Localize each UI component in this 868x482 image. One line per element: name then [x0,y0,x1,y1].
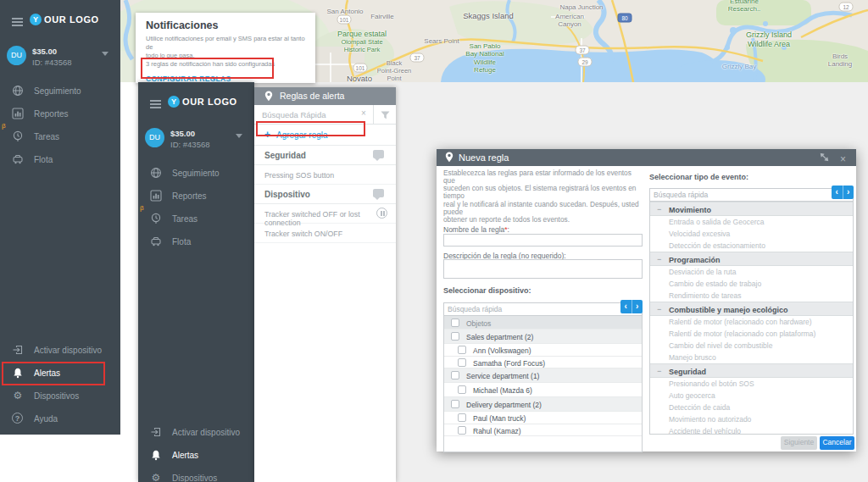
search-nav-buttons[interactable]: ‹› [620,300,643,313]
sidebar-item-activar-dispositivo[interactable]: Activar dispositivo [138,421,254,444]
rule-section-dispositivo[interactable]: Dispositivo [254,185,396,204]
sidebar-item-alertas[interactable]: Alertas [138,444,254,467]
checkbox[interactable] [451,319,459,327]
checkbox[interactable] [458,413,466,422]
chevron-left-icon[interactable]: ‹ [620,300,632,313]
event-group-seguridad[interactable]: −Seguridad [650,363,853,378]
event-item[interactable]: Auto geocerca [650,390,853,402]
event-search-input[interactable] [649,188,854,202]
sidebar-item-reportes[interactable]: Reportes [0,102,120,125]
rule-description-input[interactable] [443,259,643,279]
expand-icon[interactable] [820,152,829,162]
device-row-michael[interactable]: Michael (Mazda 6) [444,383,642,397]
event-group-movimiento[interactable]: −Movimiento [650,202,853,216]
event-group-programacion[interactable]: −Programación [650,252,853,266]
event-item[interactable]: Cambio de estado de trabajo [650,278,853,290]
event-item[interactable]: Velocidad excesiva [650,228,853,240]
search-nav-buttons[interactable]: ‹› [832,186,854,199]
device-search-input[interactable] [443,302,643,316]
event-item-label: Rendimiento de tareas [669,291,742,300]
user-summary[interactable]: DU $35.00 ID: #43568 [138,126,254,152]
route-shield-101: 101 [353,64,368,73]
menu-icon[interactable] [150,100,161,109]
collapse-icon[interactable]: − [657,255,661,263]
event-item[interactable]: Presionando el botón SOS [650,378,853,390]
checkbox[interactable] [458,346,466,354]
select-device-label: Seleccionar dispositivo: [443,286,531,295]
sidebar-item-alertas[interactable]: Alertas [0,362,120,385]
event-item[interactable]: Desviación de la ruta [650,266,853,278]
checkbox[interactable] [458,426,466,435]
sidebar-item-dispositivos[interactable]: ⚙ Dispositivos [138,467,254,482]
sidebar-item-activar-dispositivo[interactable]: Activar dispositivo [0,339,120,362]
event-item-label: Manejo brusco [669,353,716,362]
map-canvas[interactable]: San Antonio Fairville Skaggs Island Napa… [0,0,868,82]
user-summary[interactable]: DU $35.00 ID: #43568 [0,44,120,69]
sidebar-item-dispositivos[interactable]: ⚙ Dispositivos [0,385,120,407]
chevron-right-icon[interactable]: › [632,300,643,313]
rule-item-tracker-off[interactable]: Tracker switched OFF or lost connection [254,204,396,224]
checkbox[interactable] [451,332,459,341]
close-icon[interactable]: × [840,151,846,168]
logo-text: OUR LOGO [182,97,237,107]
sidebar-overlay: Y OUR LOGO DU $35.00 ID: #43568 Seguimie… [138,82,254,482]
sidebar-item-ayuda[interactable]: ? Ayuda [0,407,120,430]
clear-search-icon[interactable]: × [361,108,366,118]
event-item[interactable]: Cambio del nivel de combustible [650,340,853,352]
sidebar-item-seguimiento[interactable]: Seguimiento [0,80,120,102]
event-item[interactable]: Accidente del vehículo [650,425,853,435]
event-item[interactable]: Ralentí de motor (relacionado con hardwa… [650,316,853,328]
sidebar-item-tareas[interactable]: Tareasβ [0,125,120,148]
sidebar-item-reportes[interactable]: Reportes [138,185,254,208]
device-row-ann[interactable]: Ann (Volkswagen) [444,344,642,357]
next-button[interactable]: Siguiente [781,436,817,450]
event-item[interactable]: Detección de estacionamiento [650,240,853,252]
notifications-body: Utilice notificaciones por email y SMS p… [146,35,305,69]
rule-item-sos[interactable]: Pressing SOS button [254,165,396,185]
event-item-label: Desviación de la ruta [669,268,736,276]
device-row-service[interactable]: Service department (1) [444,368,642,383]
event-item[interactable]: Ralentí de motor (relacionado con plataf… [650,328,853,340]
map-label-olompali-park: Olompali State Historic Park [341,39,382,54]
collapse-icon[interactable]: − [657,205,661,213]
event-item[interactable]: Manejo brusco [650,352,853,363]
collapse-icon[interactable]: − [657,367,661,375]
rule-section-seguridad[interactable]: Seguridad [254,146,396,165]
sidebar-item-seguimiento[interactable]: Seguimiento [138,162,254,185]
rules-search-input[interactable] [254,105,363,124]
event-item[interactable]: Detección de caida [650,402,853,413]
device-row-objetos[interactable]: Objetos [444,316,642,330]
chevron-right-icon[interactable]: › [843,186,854,199]
device-row-samatha[interactable]: Samatha (Ford Focus) [444,357,642,369]
route-shield-29: 29 [578,58,593,67]
checkbox[interactable] [458,385,466,394]
rule-name-input[interactable] [443,234,643,247]
event-item[interactable]: Entrada o salida de Geocerca [650,216,853,228]
rule-item-tracker-onoff[interactable]: Tracker switch ON/OFF [254,224,396,243]
chevron-left-icon[interactable]: ‹ [832,186,843,199]
device-row-sales[interactable]: Sales department (2) [444,330,642,344]
add-rule-label: Agregar regla [276,130,328,140]
checkbox[interactable] [451,371,459,380]
event-item[interactable]: Rendimiento de tareas [650,290,853,302]
collapse-icon[interactable]: − [657,305,661,313]
event-group-combustible[interactable]: −Combustible y manejo ecológico [650,302,853,316]
device-row-paul[interactable]: Paul (Man truck) [444,412,642,424]
sidebar-item-flota[interactable]: Flota [0,148,120,171]
configure-rules-link[interactable]: CONFIGURAR REGLAS [146,75,305,83]
cancel-button[interactable]: Cancelar [820,436,854,450]
device-row-rahul[interactable]: Rahul (Kamaz) [444,424,642,437]
menu-icon[interactable] [12,18,23,27]
background-fill [0,435,138,482]
add-rule-button[interactable]: + Agregar regla [254,125,396,146]
sidebar-item-tareas[interactable]: Tareasβ [138,208,254,230]
filter-button[interactable] [373,105,396,124]
checkbox[interactable] [451,400,459,408]
pause-icon[interactable] [376,208,387,219]
sidebar-item-label: Seguimiento [172,169,220,178]
device-row-delivery[interactable]: Delivery department (2) [444,397,642,412]
checkbox[interactable] [458,358,466,367]
event-item[interactable]: Movimiento no autorizado [650,413,853,425]
map-label-san-pablo-refuge: San Pablo Bay National Wildlife Refuge [465,42,504,75]
sidebar-item-flota[interactable]: Flota [138,230,254,253]
